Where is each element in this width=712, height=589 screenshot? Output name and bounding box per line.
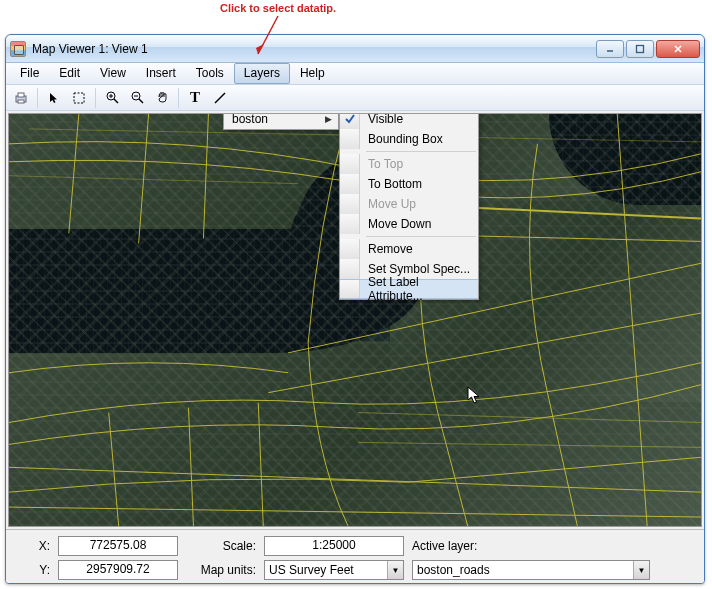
maximize-button[interactable] — [626, 40, 654, 58]
menu-edit[interactable]: Edit — [49, 63, 90, 84]
app-icon — [10, 41, 26, 57]
opt-move-up[interactable]: Move Up — [340, 194, 478, 214]
window-title: Map Viewer 1: View 1 — [32, 42, 596, 56]
menu-view[interactable]: View — [90, 63, 136, 84]
svg-line-17 — [215, 93, 225, 103]
scale-value[interactable]: 1:25000 — [264, 536, 404, 556]
zoom-in-button[interactable] — [101, 87, 123, 109]
toolbar: T — [6, 85, 704, 111]
pointer-button[interactable] — [43, 87, 65, 109]
svg-rect-7 — [18, 93, 24, 97]
x-label: X: — [20, 539, 50, 553]
map-units-label: Map units: — [186, 563, 256, 577]
titlebar[interactable]: Map Viewer 1: View 1 — [6, 35, 704, 63]
menu-file[interactable]: File — [10, 63, 49, 84]
close-button[interactable] — [656, 40, 700, 58]
opt-to-top[interactable]: To Top — [340, 154, 478, 174]
map-canvas[interactable]: boston_roads▶ boston▶ Active Visible Bou… — [8, 113, 702, 527]
select-area-button[interactable] — [68, 87, 90, 109]
opt-bounding-box[interactable]: Bounding Box — [340, 129, 478, 149]
opt-label-attribute[interactable]: Set Label Attribute... — [340, 279, 478, 299]
layers-submenu: boston_roads▶ boston▶ — [223, 113, 339, 130]
active-layer-label: Active layer: — [412, 539, 502, 553]
opt-remove[interactable]: Remove — [340, 239, 478, 259]
zoom-out-button[interactable] — [126, 87, 148, 109]
annotation-text: Click to select datatip. — [220, 2, 336, 14]
opt-visible[interactable]: Visible — [340, 113, 478, 129]
svg-rect-3 — [637, 45, 644, 52]
menu-help[interactable]: Help — [290, 63, 335, 84]
svg-line-15 — [139, 99, 143, 103]
menu-tools[interactable]: Tools — [186, 63, 234, 84]
mouse-cursor-icon — [467, 386, 483, 406]
y-value[interactable]: 2957909.72 — [58, 560, 178, 580]
svg-rect-9 — [74, 93, 84, 103]
svg-line-11 — [114, 99, 118, 103]
menubar: File Edit View Insert Tools Layers Help — [6, 63, 704, 85]
menu-layers[interactable]: Layers — [234, 63, 290, 84]
dropdown-icon: ▼ — [633, 561, 649, 579]
layer-item-boston[interactable]: boston▶ — [224, 113, 338, 129]
y-label: Y: — [20, 563, 50, 577]
annotation-arrow — [254, 14, 284, 62]
print-button[interactable] — [10, 87, 32, 109]
map-viewer-window: Map Viewer 1: View 1 File Edit View Inse… — [5, 34, 705, 584]
svg-marker-1 — [256, 44, 264, 54]
dropdown-icon: ▼ — [387, 561, 403, 579]
statusbar: X: 772575.08 Scale: 1:25000 Active layer… — [6, 529, 704, 583]
pan-button[interactable] — [151, 87, 173, 109]
text-button[interactable]: T — [184, 87, 206, 109]
opt-move-down[interactable]: Move Down — [340, 214, 478, 234]
layer-options-submenu: Active Visible Bounding Box To Top To Bo… — [339, 113, 479, 300]
active-layer-combo[interactable]: boston_roads▼ — [412, 560, 650, 580]
minimize-button[interactable] — [596, 40, 624, 58]
map-units-combo[interactable]: US Survey Feet▼ — [264, 560, 404, 580]
opt-to-bottom[interactable]: To Bottom — [340, 174, 478, 194]
menu-insert[interactable]: Insert — [136, 63, 186, 84]
line-button[interactable] — [209, 87, 231, 109]
scale-label: Scale: — [186, 539, 256, 553]
svg-rect-8 — [18, 100, 24, 103]
x-value[interactable]: 772575.08 — [58, 536, 178, 556]
